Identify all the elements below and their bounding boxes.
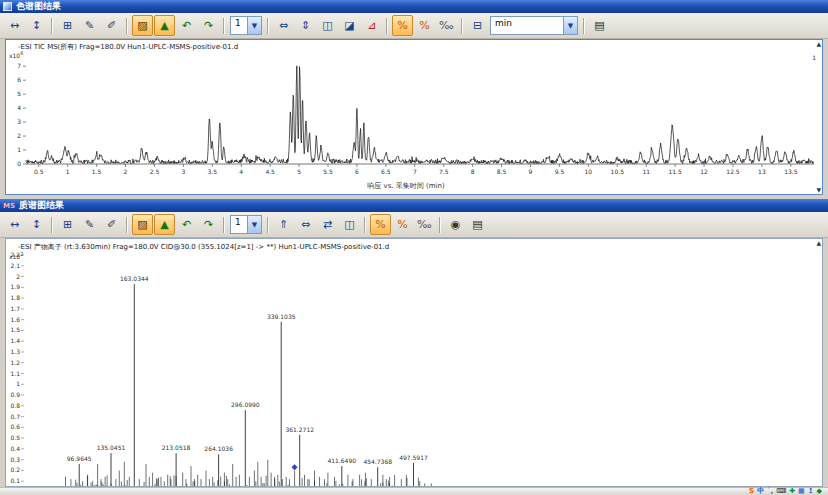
percent-y-icon[interactable]: % (370, 214, 391, 235)
svg-text:0: 0 (17, 160, 21, 167)
fit-y-icon[interactable]: ↕ (26, 15, 47, 36)
svg-text:264.1036: 264.1036 (204, 445, 233, 452)
svg-text:0.5: 0.5 (34, 168, 44, 175)
zoom-mode-icon[interactable]: ▨ (132, 214, 153, 235)
svg-text:8: 8 (471, 168, 475, 175)
chromatogram-chart-area[interactable]: -ESI TIC MS(所有) Frag=180.0V Hun1-UPLC-MS… (5, 39, 823, 195)
svg-text:12: 12 (700, 168, 708, 175)
fit-y-icon[interactable]: ↕ (26, 214, 47, 235)
permille-icon[interactable]: ‰ (436, 15, 457, 36)
svg-text:163.0344: 163.0344 (120, 275, 149, 282)
tallest-peak-icon[interactable]: ⇑ (273, 214, 294, 235)
fit-x-icon[interactable]: ↔ (4, 15, 25, 36)
spectrum-chart-area[interactable]: -ESI 产物离子 (rt:3.630min) Frag=180.0V CID@… (5, 238, 823, 487)
fullwidth-mode-icon[interactable]: ˙, (767, 488, 773, 495)
svg-text:6.5: 6.5 (381, 168, 391, 175)
svg-text:0.7: 0.7 (10, 413, 20, 420)
percent-y-icon[interactable]: % (392, 15, 413, 36)
range-select-icon[interactable]: ⊟ (467, 15, 488, 36)
svg-text:0.9: 0.9 (10, 391, 20, 398)
stack-traces-icon[interactable]: ⇕ (295, 15, 316, 36)
zoom-window-icon[interactable]: ⊞ (57, 15, 78, 36)
autoscale-icon[interactable]: ▲ (154, 15, 175, 36)
undo-icon[interactable]: ↶ (176, 15, 197, 36)
spectrum-plot[interactable]: -ESI 产物离子 (rt:3.630min) Frag=180.0V CID@… (6, 239, 822, 486)
svg-text:0.3: 0.3 (10, 456, 20, 463)
svg-text:5: 5 (297, 168, 301, 175)
svg-text:7: 7 (17, 62, 21, 69)
chromatogram-plot[interactable]: -ESI TIC MS(所有) Frag=180.0V Hun1-UPLC-MS… (6, 40, 822, 194)
redo-icon[interactable]: ↷ (198, 214, 219, 235)
svg-text:1.4: 1.4 (10, 337, 20, 344)
permille-icon[interactable]: ‰ (414, 214, 435, 235)
link-axes-icon[interactable]: ⇄ (317, 214, 338, 235)
percent-x-icon[interactable]: % (414, 15, 435, 36)
toolbox-icon[interactable]: ✚ (789, 488, 795, 495)
svg-text:1: 1 (812, 54, 816, 61)
eye-icon[interactable]: ◉ (445, 214, 466, 235)
keyboard-icon[interactable]: ⌨ (776, 488, 786, 495)
svg-text:6: 6 (355, 168, 359, 175)
columns-view-icon[interactable]: ◫ (339, 214, 360, 235)
zoom-window-icon[interactable]: ⊞ (57, 214, 78, 235)
tray-grid-icon[interactable]: ▦ (798, 488, 805, 495)
sogou-logo-icon[interactable]: S (749, 488, 754, 495)
pen-tool-icon[interactable]: ✎ (79, 15, 100, 36)
undo-icon[interactable]: ↶ (176, 214, 197, 235)
toolbar-separator (126, 217, 128, 233)
application-window: { "ui": { "scroll_up_glyph": "▲", "scrol… (0, 0, 828, 495)
tray-diamond-icon[interactable]: ◆ (817, 488, 822, 495)
svg-text:2: 2 (124, 168, 128, 175)
autoscale-icon[interactable]: ▲ (154, 214, 175, 235)
redo-icon[interactable]: ↷ (198, 15, 219, 36)
svg-text:13: 13 (758, 168, 766, 175)
toolbar-separator (223, 18, 225, 34)
svg-text:1: 1 (17, 146, 21, 153)
print-icon[interactable]: ▤ (589, 15, 610, 36)
svg-text:96.9645: 96.9645 (67, 455, 92, 462)
chromatogram-panel-title: 色谱图结果 (16, 0, 61, 13)
svg-text:1.1: 1.1 (10, 370, 20, 377)
pen-tool-icon[interactable]: ✎ (79, 214, 100, 235)
svg-text:339.1035: 339.1035 (267, 313, 296, 320)
chevron-down-icon[interactable]: ▼ (247, 216, 261, 233)
zoom-mode-icon[interactable]: ▨ (132, 15, 153, 36)
baseline-tool-icon[interactable]: ⊿ (361, 15, 382, 36)
overlay-view-icon[interactable]: ◪ (339, 15, 360, 36)
svg-text:3.5: 3.5 (208, 168, 218, 175)
chromatogram-panel: 色谱图结果 ↔↕⊞✎✐▨▲↶↷1▼⇔⇕◫◪⊿%%‰⊟min▼▤ -ESI TIC… (0, 0, 828, 195)
toolbar-separator (364, 217, 366, 233)
expand-x-icon[interactable]: ⇔ (273, 15, 294, 36)
svg-text:1.2: 1.2 (10, 359, 20, 366)
toolbar-separator (51, 18, 53, 34)
axis-scroll-up-button[interactable]: ▲ (816, 41, 821, 47)
expand-x-icon[interactable]: ⇔ (295, 214, 316, 235)
annotate-tool-icon[interactable]: ✐ (101, 214, 122, 235)
svg-text:6: 6 (17, 76, 21, 83)
axis-scroll-up-button[interactable]: ▲ (816, 240, 821, 246)
annotate-tool-icon[interactable]: ✐ (101, 15, 122, 36)
svg-text:1: 1 (66, 168, 70, 175)
svg-text:0.2: 0.2 (10, 466, 20, 473)
fit-x-icon[interactable]: ↔ (4, 214, 25, 235)
spectrum-overlay-count-combo[interactable]: 1▼ (230, 215, 262, 234)
overlay-count-combo[interactable]: 1▼ (230, 16, 262, 35)
percent-x-icon[interactable]: % (392, 214, 413, 235)
toolbar-separator (439, 217, 441, 233)
chevron-down-icon[interactable]: ▼ (563, 17, 577, 34)
svg-text:10.5: 10.5 (611, 168, 625, 175)
svg-text:4: 4 (239, 168, 243, 175)
input-language-icon[interactable]: 中 (757, 488, 764, 495)
ms-icon: MS (3, 202, 15, 210)
tray-up-icon[interactable]: ↥ (808, 488, 814, 495)
columns-view-icon[interactable]: ◫ (317, 15, 338, 36)
chevron-down-icon[interactable]: ▼ (247, 17, 261, 34)
axis-scroll-down-button[interactable]: ▼ (816, 187, 821, 193)
x-axis-unit-combo[interactable]: min▼ (490, 16, 578, 35)
print-icon[interactable]: ▤ (467, 214, 488, 235)
svg-text:4: 4 (17, 104, 21, 111)
chromatogram-window-icon (3, 2, 12, 11)
svg-text:11: 11 (642, 168, 650, 175)
svg-text:1: 1 (16, 380, 20, 387)
svg-text:2.2: 2.2 (10, 251, 20, 258)
